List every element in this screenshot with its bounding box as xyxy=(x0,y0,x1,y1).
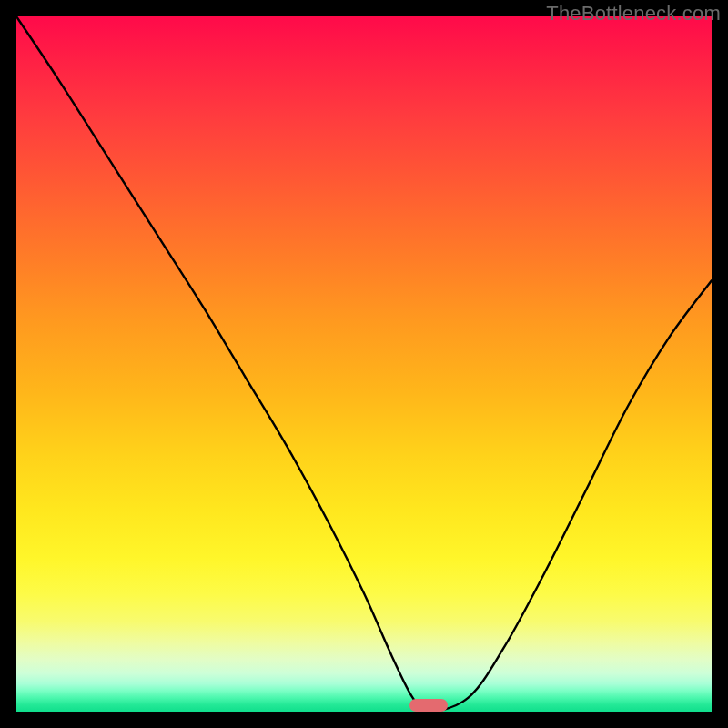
optimal-marker xyxy=(410,699,448,712)
gradient-background xyxy=(16,16,712,712)
watermark-text: TheBottleneck.com xyxy=(546,2,721,25)
chart-frame: TheBottleneck.com xyxy=(0,0,728,728)
plot-area xyxy=(16,16,712,712)
